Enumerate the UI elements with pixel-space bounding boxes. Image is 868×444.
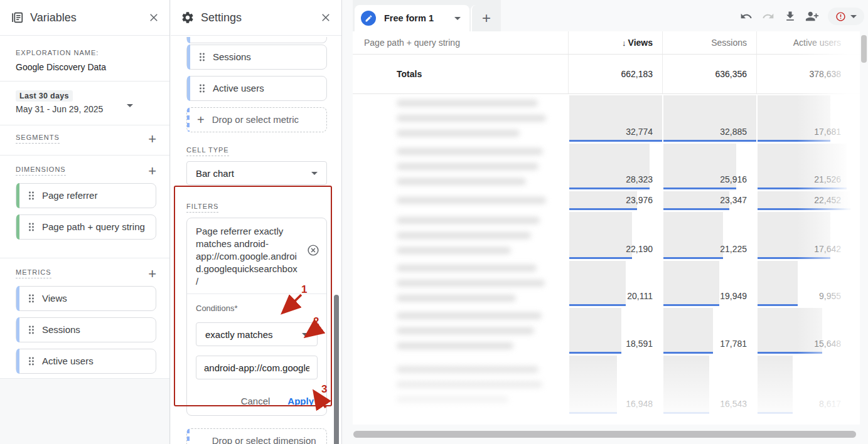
redo-button[interactable] [759,8,777,25]
spacer [850,260,860,307]
add-metric-button[interactable]: + [148,268,156,280]
condition-value-input[interactable] [196,356,318,379]
settings-metric-chip[interactable]: Sessions [186,45,327,70]
table-header-row: Page path + query string ↓ Views Session… [353,31,860,55]
page-path-cell-redacted [353,260,568,307]
metric-value: 15,648 [814,339,841,349]
table-row[interactable]: 18,59117,78115,648 [353,307,860,354]
column-header-views[interactable]: ↓ Views [568,31,662,54]
close-icon [148,12,159,23]
chip-label: Page path + query string [42,221,145,233]
redacted-text-line [397,100,538,107]
metric-value: 18,591 [626,339,653,349]
filter-editor: Conditions* exactly matches Cancel Apply [187,294,326,415]
bar [758,356,793,414]
date-range-value: May 31 - Jun 29, 2025 [16,104,156,114]
condition-operator-select[interactable]: exactly matches [196,322,318,346]
table-row[interactable]: 23,97623,34722,452 [353,190,860,211]
redacted-text-line [397,381,542,388]
download-button[interactable] [781,8,799,25]
metric-value: 9,955 [819,291,841,301]
metric-value: 23,347 [720,195,747,205]
tab-free-form-1[interactable]: Free form 1 [355,5,469,31]
metric-chip-partial[interactable] [186,37,327,43]
tab-label: Free form 1 [384,13,434,23]
redacted-text-line [397,280,545,287]
remove-filter-button[interactable] [306,243,320,257]
panel-title: Settings [201,11,242,24]
table-row[interactable]: 22,19021,22517,642 [353,211,860,260]
drop-metric-zone[interactable]: + Drop or select metric [186,107,327,132]
bar [758,261,798,306]
column-header-active-users[interactable]: Active users [756,31,850,54]
metric-value: 16,948 [626,399,653,409]
date-range-selector[interactable]: Last 30 days May 31 - Jun 29, 2025 [0,82,169,125]
column-header-page-path[interactable]: Page path + query string [353,31,568,54]
page-path-cell-redacted [353,190,568,211]
metric-cell: 22,452 [756,190,850,211]
redacted-text-line [397,163,538,170]
dimension-chip[interactable]: Page referrer [16,183,156,208]
chip-label: Active users [42,355,94,367]
free-form-table: Page path + query string ↓ Views Session… [353,31,860,425]
page-path-cell-redacted [353,211,568,260]
metric-chip-list: ViewsSessionsActive users [16,286,156,374]
settings-panel: Settings SessionsActive users + Drop or … [171,0,342,444]
close-variables-button[interactable] [148,12,159,23]
table-row[interactable]: 16,94816,5438,617 [353,354,860,415]
metric-cell: 28,323 [568,142,662,190]
metric-cell: 18,591 [568,307,662,354]
metric-value: 32,774 [626,127,653,137]
drop-dimension-zone[interactable]: + Drop or select dimension or metric [186,428,327,444]
add-dimension-button[interactable]: + [148,166,156,177]
bar [569,212,632,259]
drag-handle-icon [28,223,35,232]
settings-panel-scrollbar[interactable] [334,295,339,444]
cell-type-select[interactable]: Bar chart [186,161,327,185]
exploration-name[interactable]: Google Discovery Data [16,62,156,72]
page-path-cell-redacted [353,354,568,415]
sampling-status-button[interactable] [828,8,864,25]
spacer [850,354,860,415]
metric-chip[interactable]: Active users [16,349,156,374]
table-row[interactable]: 28,32325,91621,526 [353,142,860,190]
add-segment-button[interactable]: + [148,134,156,145]
table-horizontal-scrollbar[interactable] [353,431,856,438]
metric-value: 22,452 [814,195,841,205]
remove-circle-icon [306,243,320,257]
metric-cell: 23,347 [662,190,756,211]
redacted-text-line [397,396,508,403]
totals-row: Totals 662,183 636,356 378,638 [353,55,860,94]
filter-summary-row[interactable]: Page referrer exactly matches android-ap… [187,218,326,294]
metric-cell: 20,111 [568,260,662,307]
cancel-button[interactable]: Cancel [241,396,271,406]
table-row[interactable]: 32,77432,88517,681 [353,94,860,142]
drag-handle-icon [28,357,35,366]
metric-cell: 8,617 [756,354,850,415]
metric-chip[interactable]: Views [16,286,156,311]
panel-title: Variables [30,11,77,24]
add-tab-button[interactable]: + [471,5,501,31]
apply-button[interactable]: Apply [287,396,314,406]
column-header-sessions[interactable]: Sessions [662,31,756,54]
metrics-label: METRICS [16,268,51,278]
filters-label: FILTERS [186,203,218,213]
settings-metric-chip[interactable]: Active users [186,76,327,101]
toolbar [737,8,864,25]
add-user-icon [805,9,819,23]
close-settings-button[interactable] [320,12,331,23]
exploration-name-section: EXPLORATION NAME: Google Discovery Data [0,36,169,82]
share-users-button[interactable] [803,8,821,25]
redacted-text-line [397,366,538,373]
metric-chip[interactable]: Sessions [16,317,156,342]
exploration-name-label: EXPLORATION NAME: [16,49,99,56]
undo-button[interactable] [737,8,755,25]
variables-panel: Variables EXPLORATION NAME: Google Disco… [0,0,170,444]
dimension-chip[interactable]: Page path + query string [16,214,156,240]
conditions-label: Conditions* [196,304,318,313]
table-vertical-scrollbar[interactable] [861,35,867,63]
variables-icon [10,11,24,24]
redacted-text-line [397,342,513,349]
condition-operator-value: exactly matches [205,329,273,340]
table-row[interactable]: 20,11119,9499,955 [353,260,860,307]
